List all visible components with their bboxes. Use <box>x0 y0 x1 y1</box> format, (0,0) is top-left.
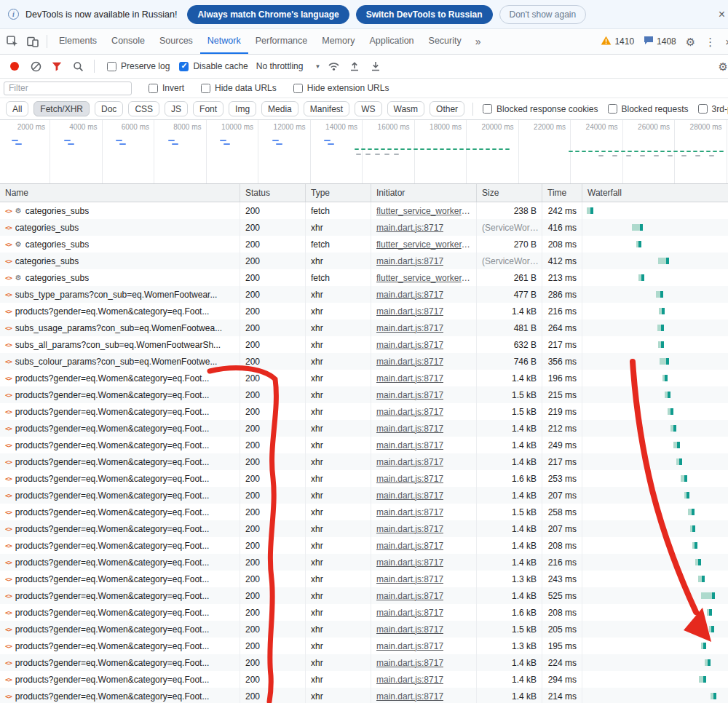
tab-elements[interactable]: Elements <box>52 29 104 54</box>
request-row[interactable]: <>subs_usage_params?con_sub=eq.WomenFoot… <box>0 319 728 336</box>
request-row[interactable]: <>products?gender=eq.Women&category=eq.F… <box>0 420 728 437</box>
waterfall-bar[interactable] <box>658 341 664 348</box>
waterfall-bar[interactable] <box>660 358 669 365</box>
initiator-link[interactable]: main.dart.js:8717 <box>376 641 443 651</box>
waterfall-bar[interactable] <box>662 375 668 381</box>
initiator-link[interactable]: main.dart.js:8717 <box>376 557 443 568</box>
waterfall-bar[interactable] <box>707 609 712 616</box>
column-header-name[interactable]: Name <box>0 184 240 202</box>
waterfall-bar[interactable] <box>587 207 593 214</box>
request-row[interactable]: <>products?gender=eq.Women&category=eq.F… <box>0 504 728 520</box>
blocked-requests-checkbox[interactable] <box>608 104 617 114</box>
inspect-element-icon[interactable] <box>3 33 22 50</box>
request-row[interactable]: <>subs_type_params?con_sub=eq.WomenFootw… <box>0 286 728 303</box>
network-conditions-icon[interactable] <box>325 58 341 74</box>
waterfall-bar[interactable] <box>684 492 689 499</box>
request-row[interactable]: <>products?gender=eq.Women&category=eq.F… <box>0 621 728 638</box>
import-har-icon[interactable] <box>347 58 363 74</box>
request-row[interactable]: <>categories_subs200xhrmain.dart.js:8717… <box>0 219 728 236</box>
filter-pill-font[interactable]: Font <box>193 101 223 116</box>
waterfall-bar[interactable] <box>665 392 670 398</box>
waterfall-bar[interactable] <box>656 291 663 298</box>
initiator-link[interactable]: main.dart.js:8717 <box>376 691 443 702</box>
waterfall-bar[interactable] <box>636 241 641 247</box>
waterfall-bar[interactable] <box>698 576 705 582</box>
initiator-link[interactable]: main.dart.js:8717 <box>376 440 443 450</box>
initiator-link[interactable]: main.dart.js:8717 <box>376 591 443 601</box>
waterfall-bar[interactable] <box>676 458 682 465</box>
initiator-link[interactable]: main.dart.js:8717 <box>376 323 443 333</box>
warnings-count[interactable]: 1410 <box>601 36 634 47</box>
request-row[interactable]: <>products?gender=eq.Women&category=eq.F… <box>0 654 728 671</box>
switch-devtools-russian-button[interactable]: Switch DevTools to Russian <box>356 5 493 24</box>
request-row[interactable]: <>products?gender=eq.Women&category=eq.F… <box>0 487 728 504</box>
waterfall-bar[interactable] <box>658 258 669 264</box>
column-header-time[interactable]: Time <box>542 184 582 202</box>
initiator-link[interactable]: main.dart.js:8717 <box>376 306 443 317</box>
request-row[interactable]: <>products?gender=eq.Women&category=eq.F… <box>0 370 728 386</box>
initiator-link[interactable]: main.dart.js:8717 <box>376 490 443 501</box>
request-row[interactable]: <>subs_colour_params?con_sub=eq.WomenFoo… <box>0 353 728 370</box>
initiator-link[interactable]: main.dart.js:8717 <box>376 256 443 266</box>
devtools-close-icon[interactable]: × <box>725 36 728 47</box>
tab-sources[interactable]: Sources <box>152 29 200 54</box>
throttling-dropdown[interactable]: No throttling ▼ <box>256 61 321 71</box>
match-chrome-language-button[interactable]: Always match Chrome's language <box>187 5 349 24</box>
waterfall-bar[interactable] <box>695 559 701 565</box>
initiator-link[interactable]: flutter_service_worker.js? <box>376 206 471 216</box>
waterfall-bar[interactable] <box>681 475 687 482</box>
tab-performance[interactable]: Performance <box>248 29 315 54</box>
issues-count[interactable]: 1408 <box>644 36 676 47</box>
waterfall-bar[interactable] <box>657 325 664 331</box>
initiator-link[interactable]: main.dart.js:8717 <box>376 474 443 484</box>
filter-funnel-icon[interactable] <box>49 58 65 74</box>
waterfall-bar[interactable] <box>699 676 706 683</box>
tab-security[interactable]: Security <box>422 29 469 54</box>
request-row[interactable]: <>products?gender=eq.Women&category=eq.F… <box>0 520 728 537</box>
waterfall-bar[interactable] <box>705 659 711 666</box>
request-row[interactable]: <>subs_all_params?con_sub=eq.WomenFootwe… <box>0 336 728 353</box>
initiator-link[interactable]: main.dart.js:8717 <box>376 407 443 417</box>
request-row[interactable]: <>⚙categories_subs200fetchflutter_servic… <box>0 202 728 219</box>
request-row[interactable]: <>products?gender=eq.Women&category=eq.F… <box>0 470 728 487</box>
initiator-link[interactable]: main.dart.js:8717 <box>376 357 443 367</box>
initiator-link[interactable]: main.dart.js:8717 <box>376 424 443 434</box>
filter-pill-all[interactable]: All <box>6 101 28 116</box>
tab-application[interactable]: Application <box>362 29 421 54</box>
request-row[interactable]: <>⚙categories_subs200fetchflutter_servic… <box>0 236 728 253</box>
export-har-icon[interactable] <box>368 58 384 74</box>
tab-network[interactable]: Network <box>200 29 248 54</box>
initiator-link[interactable]: main.dart.js:8717 <box>376 290 443 300</box>
request-row[interactable]: <>products?gender=eq.Women&category=eq.F… <box>0 554 728 571</box>
filter-input[interactable] <box>4 82 132 95</box>
network-overview[interactable]: 2000 ms4000 ms6000 ms8000 ms10000 ms1200… <box>0 120 728 184</box>
waterfall-bar[interactable] <box>711 693 716 699</box>
kebab-menu-icon[interactable]: ⋮ <box>705 36 716 47</box>
more-panels-icon[interactable]: » <box>470 36 486 47</box>
filter-pill-css[interactable]: CSS <box>128 101 159 116</box>
waterfall-bar[interactable] <box>668 408 673 415</box>
third-party-checkbox[interactable] <box>698 104 708 114</box>
request-row[interactable]: <>products?gender=eq.Women&category=eq.F… <box>0 604 728 621</box>
initiator-link[interactable]: main.dart.js:8717 <box>376 541 443 551</box>
waterfall-bar[interactable] <box>701 643 706 649</box>
filter-pill-other[interactable]: Other <box>430 101 464 116</box>
search-icon[interactable] <box>70 58 86 74</box>
waterfall-bar[interactable] <box>692 542 697 549</box>
waterfall-bar[interactable] <box>690 525 695 532</box>
initiator-link[interactable]: flutter_service_worker.js? <box>376 273 471 283</box>
request-row[interactable]: <>products?gender=eq.Women&category=eq.F… <box>0 688 728 703</box>
request-row[interactable]: <>products?gender=eq.Women&category=eq.F… <box>0 437 728 453</box>
waterfall-bar[interactable] <box>670 425 676 432</box>
waterfall-bar[interactable] <box>709 626 714 632</box>
hide-extension-urls-checkbox[interactable] <box>293 84 303 93</box>
blocked-cookies-checkbox[interactable] <box>483 104 492 114</box>
waterfall-bar[interactable] <box>638 274 644 281</box>
initiator-link[interactable]: main.dart.js:8717 <box>376 373 443 384</box>
request-row[interactable]: <>products?gender=eq.Women&category=eq.F… <box>0 453 728 470</box>
initiator-link[interactable]: main.dart.js:8717 <box>376 524 443 534</box>
hide-data-urls-checkbox[interactable] <box>201 84 210 93</box>
request-row[interactable]: <>products?gender=eq.Women&category=eq.F… <box>0 638 728 654</box>
column-header-type[interactable]: Type <box>306 184 371 202</box>
initiator-link[interactable]: main.dart.js:8717 <box>376 457 443 467</box>
